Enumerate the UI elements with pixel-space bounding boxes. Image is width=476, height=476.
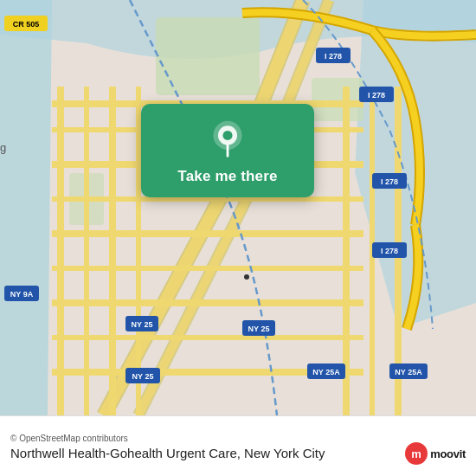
svg-text:NY 25: NY 25: [248, 325, 270, 333]
svg-text:NY 9A: NY 9A: [10, 290, 34, 299]
svg-text:g: g: [0, 141, 6, 154]
svg-rect-2: [312, 78, 363, 121]
svg-text:CR 505: CR 505: [13, 20, 40, 29]
svg-text:I 278: I 278: [381, 177, 398, 186]
svg-text:NY 25: NY 25: [132, 372, 154, 381]
svg-text:I 278: I 278: [325, 52, 342, 61]
moovit-text: moovit: [430, 447, 466, 460]
map-container: CR 505 I 278 I 278 I 278 I 278 NY 9A NY …: [0, 0, 476, 415]
moovit-logo: m moovit: [404, 441, 466, 466]
svg-point-42: [244, 274, 249, 280]
take-me-there-popup[interactable]: Take me there: [141, 104, 314, 197]
svg-text:I 278: I 278: [368, 91, 385, 100]
location-pin-icon: [208, 119, 248, 159]
take-me-there-label: Take me there: [177, 168, 277, 185]
moovit-icon: m: [404, 441, 428, 466]
svg-text:I 278: I 278: [381, 247, 398, 255]
location-name: Northwell Health-Gohealth Urgent Care, N…: [10, 446, 466, 460]
bottom-bar: © OpenStreetMap contributors Northwell H…: [0, 415, 476, 476]
svg-text:NY 25: NY 25: [132, 320, 153, 329]
svg-text:NY 25A: NY 25A: [312, 368, 340, 376]
svg-text:NY 25A: NY 25A: [395, 368, 422, 376]
osm-credit: © OpenStreetMap contributors: [10, 434, 466, 443]
svg-text:m: m: [411, 447, 421, 460]
map-svg: CR 505 I 278 I 278 I 278 I 278 NY 9A NY …: [0, 0, 476, 415]
svg-point-46: [222, 131, 232, 140]
